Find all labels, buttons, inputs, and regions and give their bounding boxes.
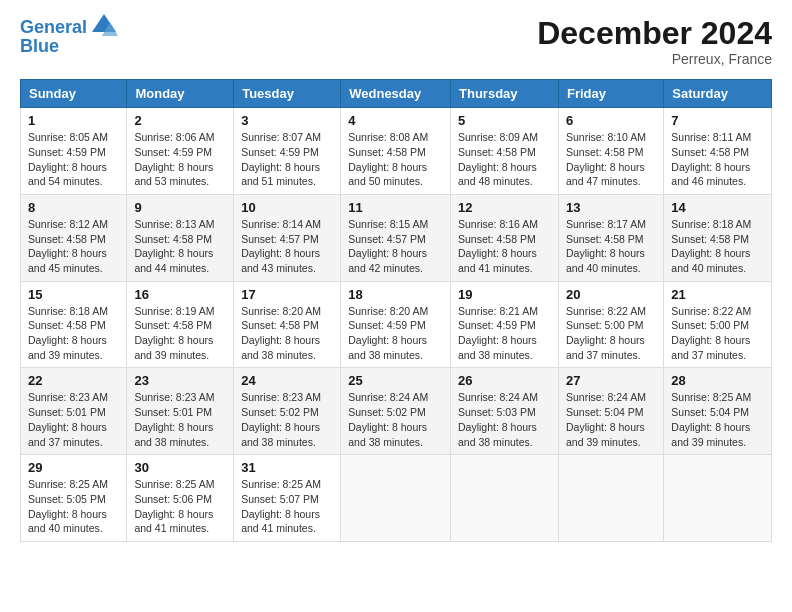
day-info: Sunrise: 8:25 AM Sunset: 5:06 PM Dayligh… xyxy=(134,477,226,536)
day-cell: 13Sunrise: 8:17 AM Sunset: 4:58 PM Dayli… xyxy=(558,194,663,281)
day-number: 9 xyxy=(134,200,226,215)
week-row-5: 29Sunrise: 8:25 AM Sunset: 5:05 PM Dayli… xyxy=(21,455,772,542)
logo: General Blue xyxy=(20,16,118,58)
day-number: 1 xyxy=(28,113,119,128)
day-number: 23 xyxy=(134,373,226,388)
day-cell: 23Sunrise: 8:23 AM Sunset: 5:01 PM Dayli… xyxy=(127,368,234,455)
day-number: 24 xyxy=(241,373,333,388)
day-cell: 27Sunrise: 8:24 AM Sunset: 5:04 PM Dayli… xyxy=(558,368,663,455)
day-cell: 18Sunrise: 8:20 AM Sunset: 4:59 PM Dayli… xyxy=(341,281,451,368)
page: General Blue December 2024 Perreux, Fran… xyxy=(0,0,792,612)
day-info: Sunrise: 8:22 AM Sunset: 5:00 PM Dayligh… xyxy=(671,304,764,363)
day-info: Sunrise: 8:24 AM Sunset: 5:04 PM Dayligh… xyxy=(566,390,656,449)
day-cell: 6Sunrise: 8:10 AM Sunset: 4:58 PM Daylig… xyxy=(558,108,663,195)
day-info: Sunrise: 8:07 AM Sunset: 4:59 PM Dayligh… xyxy=(241,130,333,189)
day-number: 7 xyxy=(671,113,764,128)
day-number: 21 xyxy=(671,287,764,302)
week-row-2: 8Sunrise: 8:12 AM Sunset: 4:58 PM Daylig… xyxy=(21,194,772,281)
day-number: 2 xyxy=(134,113,226,128)
col-header-tuesday: Tuesday xyxy=(234,80,341,108)
day-info: Sunrise: 8:25 AM Sunset: 5:04 PM Dayligh… xyxy=(671,390,764,449)
day-cell: 20Sunrise: 8:22 AM Sunset: 5:00 PM Dayli… xyxy=(558,281,663,368)
day-info: Sunrise: 8:08 AM Sunset: 4:58 PM Dayligh… xyxy=(348,130,443,189)
day-info: Sunrise: 8:25 AM Sunset: 5:05 PM Dayligh… xyxy=(28,477,119,536)
day-number: 16 xyxy=(134,287,226,302)
day-info: Sunrise: 8:23 AM Sunset: 5:02 PM Dayligh… xyxy=(241,390,333,449)
col-header-monday: Monday xyxy=(127,80,234,108)
day-cell: 31Sunrise: 8:25 AM Sunset: 5:07 PM Dayli… xyxy=(234,455,341,542)
day-number: 27 xyxy=(566,373,656,388)
day-info: Sunrise: 8:11 AM Sunset: 4:58 PM Dayligh… xyxy=(671,130,764,189)
day-cell: 5Sunrise: 8:09 AM Sunset: 4:58 PM Daylig… xyxy=(451,108,559,195)
day-info: Sunrise: 8:12 AM Sunset: 4:58 PM Dayligh… xyxy=(28,217,119,276)
day-number: 26 xyxy=(458,373,551,388)
day-info: Sunrise: 8:17 AM Sunset: 4:58 PM Dayligh… xyxy=(566,217,656,276)
day-info: Sunrise: 8:23 AM Sunset: 5:01 PM Dayligh… xyxy=(28,390,119,449)
col-header-thursday: Thursday xyxy=(451,80,559,108)
calendar: SundayMondayTuesdayWednesdayThursdayFrid… xyxy=(20,79,772,542)
day-cell xyxy=(664,455,772,542)
week-row-3: 15Sunrise: 8:18 AM Sunset: 4:58 PM Dayli… xyxy=(21,281,772,368)
day-number: 6 xyxy=(566,113,656,128)
day-cell: 29Sunrise: 8:25 AM Sunset: 5:05 PM Dayli… xyxy=(21,455,127,542)
day-info: Sunrise: 8:18 AM Sunset: 4:58 PM Dayligh… xyxy=(671,217,764,276)
day-number: 12 xyxy=(458,200,551,215)
day-info: Sunrise: 8:15 AM Sunset: 4:57 PM Dayligh… xyxy=(348,217,443,276)
day-cell: 15Sunrise: 8:18 AM Sunset: 4:58 PM Dayli… xyxy=(21,281,127,368)
day-cell: 26Sunrise: 8:24 AM Sunset: 5:03 PM Dayli… xyxy=(451,368,559,455)
title-block: December 2024 Perreux, France xyxy=(537,16,772,67)
day-number: 31 xyxy=(241,460,333,475)
day-cell xyxy=(558,455,663,542)
week-row-4: 22Sunrise: 8:23 AM Sunset: 5:01 PM Dayli… xyxy=(21,368,772,455)
calendar-header: SundayMondayTuesdayWednesdayThursdayFrid… xyxy=(21,80,772,108)
day-info: Sunrise: 8:20 AM Sunset: 4:58 PM Dayligh… xyxy=(241,304,333,363)
header-row: SundayMondayTuesdayWednesdayThursdayFrid… xyxy=(21,80,772,108)
day-number: 8 xyxy=(28,200,119,215)
day-cell: 2Sunrise: 8:06 AM Sunset: 4:59 PM Daylig… xyxy=(127,108,234,195)
day-number: 29 xyxy=(28,460,119,475)
day-cell: 22Sunrise: 8:23 AM Sunset: 5:01 PM Dayli… xyxy=(21,368,127,455)
calendar-body: 1Sunrise: 8:05 AM Sunset: 4:59 PM Daylig… xyxy=(21,108,772,542)
day-cell: 19Sunrise: 8:21 AM Sunset: 4:59 PM Dayli… xyxy=(451,281,559,368)
day-cell: 7Sunrise: 8:11 AM Sunset: 4:58 PM Daylig… xyxy=(664,108,772,195)
day-info: Sunrise: 8:22 AM Sunset: 5:00 PM Dayligh… xyxy=(566,304,656,363)
header: General Blue December 2024 Perreux, Fran… xyxy=(20,16,772,67)
day-cell: 11Sunrise: 8:15 AM Sunset: 4:57 PM Dayli… xyxy=(341,194,451,281)
day-info: Sunrise: 8:05 AM Sunset: 4:59 PM Dayligh… xyxy=(28,130,119,189)
day-cell: 21Sunrise: 8:22 AM Sunset: 5:00 PM Dayli… xyxy=(664,281,772,368)
day-number: 3 xyxy=(241,113,333,128)
day-cell: 14Sunrise: 8:18 AM Sunset: 4:58 PM Dayli… xyxy=(664,194,772,281)
day-cell: 4Sunrise: 8:08 AM Sunset: 4:58 PM Daylig… xyxy=(341,108,451,195)
day-cell: 10Sunrise: 8:14 AM Sunset: 4:57 PM Dayli… xyxy=(234,194,341,281)
day-number: 13 xyxy=(566,200,656,215)
day-cell: 3Sunrise: 8:07 AM Sunset: 4:59 PM Daylig… xyxy=(234,108,341,195)
day-info: Sunrise: 8:20 AM Sunset: 4:59 PM Dayligh… xyxy=(348,304,443,363)
day-number: 30 xyxy=(134,460,226,475)
day-cell xyxy=(451,455,559,542)
day-info: Sunrise: 8:25 AM Sunset: 5:07 PM Dayligh… xyxy=(241,477,333,536)
day-number: 5 xyxy=(458,113,551,128)
day-cell: 16Sunrise: 8:19 AM Sunset: 4:58 PM Dayli… xyxy=(127,281,234,368)
day-number: 17 xyxy=(241,287,333,302)
day-cell xyxy=(341,455,451,542)
day-cell: 9Sunrise: 8:13 AM Sunset: 4:58 PM Daylig… xyxy=(127,194,234,281)
day-info: Sunrise: 8:14 AM Sunset: 4:57 PM Dayligh… xyxy=(241,217,333,276)
day-number: 4 xyxy=(348,113,443,128)
day-number: 20 xyxy=(566,287,656,302)
day-number: 14 xyxy=(671,200,764,215)
day-cell: 8Sunrise: 8:12 AM Sunset: 4:58 PM Daylig… xyxy=(21,194,127,281)
day-number: 28 xyxy=(671,373,764,388)
day-cell: 25Sunrise: 8:24 AM Sunset: 5:02 PM Dayli… xyxy=(341,368,451,455)
day-info: Sunrise: 8:09 AM Sunset: 4:58 PM Dayligh… xyxy=(458,130,551,189)
month-title: December 2024 xyxy=(537,16,772,51)
logo-text2: Blue xyxy=(20,36,59,58)
day-cell: 28Sunrise: 8:25 AM Sunset: 5:04 PM Dayli… xyxy=(664,368,772,455)
day-info: Sunrise: 8:24 AM Sunset: 5:02 PM Dayligh… xyxy=(348,390,443,449)
day-number: 18 xyxy=(348,287,443,302)
day-number: 25 xyxy=(348,373,443,388)
day-info: Sunrise: 8:06 AM Sunset: 4:59 PM Dayligh… xyxy=(134,130,226,189)
day-info: Sunrise: 8:10 AM Sunset: 4:58 PM Dayligh… xyxy=(566,130,656,189)
logo-icon xyxy=(90,12,118,40)
day-number: 19 xyxy=(458,287,551,302)
col-header-saturday: Saturday xyxy=(664,80,772,108)
